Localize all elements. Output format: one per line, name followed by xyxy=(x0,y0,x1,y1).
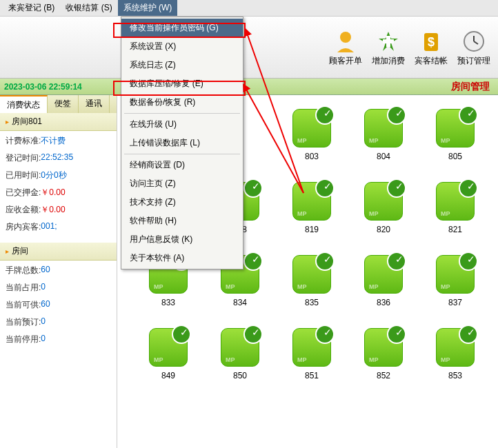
field-value: 60 xyxy=(41,299,50,311)
field-value: 001; xyxy=(41,221,57,233)
field-value: 0 xyxy=(41,316,46,328)
check-icon: ✓ xyxy=(395,254,404,265)
room-icon: ✓MP xyxy=(364,255,403,294)
check-icon: ✓ xyxy=(467,108,475,119)
menu-item-7[interactable]: 上传错误数据库 (L) xyxy=(121,134,243,152)
timebar: 2023-03-06 22:59:14 房间管理 xyxy=(0,79,498,95)
field-label: 已用时间: xyxy=(6,170,41,181)
menu-item-12[interactable]: 软件帮助 (H) xyxy=(121,212,243,230)
room-number: 805 xyxy=(448,152,462,161)
room-number: 836 xyxy=(377,298,390,307)
sidebar: 消费状态便签通讯 房间801 计费标准:不计费登记时间:22:52:35已用时间… xyxy=(0,95,117,448)
room-850[interactable]: ✓MP850 xyxy=(219,328,261,380)
plus-icon xyxy=(375,28,402,55)
room-icon: ✓MP xyxy=(436,109,475,147)
svg-point-2 xyxy=(340,32,351,43)
room-number: 850 xyxy=(233,371,247,380)
menu-item-3[interactable]: 数据库压缩/修复 (E) xyxy=(121,74,243,93)
room-icon: ✓MP xyxy=(436,328,475,367)
menu-item-14[interactable]: 关于本软件 (A) xyxy=(121,249,243,267)
room-803[interactable]: ✓MP803 xyxy=(291,109,332,161)
room-819[interactable]: ✓MP819 xyxy=(291,182,332,234)
room-icon: ✓MP xyxy=(364,182,403,221)
field-label: 当前占用: xyxy=(6,282,41,294)
menu-item-6[interactable]: 在线升级 (U) xyxy=(121,115,243,134)
check-icon: ✓ xyxy=(395,181,404,192)
room-icon: ✓MP xyxy=(292,109,331,147)
field-label: 计费标准: xyxy=(6,135,41,147)
toolbar-dollar-button[interactable]: $宾客结帐 xyxy=(410,17,452,78)
room-821[interactable]: ✓MP821 xyxy=(435,182,476,234)
field-value: 不计费 xyxy=(41,135,66,147)
user-icon xyxy=(332,28,359,55)
room-849[interactable]: ✓MP849 xyxy=(148,328,189,380)
room-805[interactable]: ✓MP805 xyxy=(435,109,476,161)
field-label: 当前预订: xyxy=(6,316,41,328)
menu-item-13[interactable]: 用户信息反馈 (K) xyxy=(121,230,243,249)
check-icon: ✓ xyxy=(252,327,260,338)
room-835[interactable]: ✓MP835 xyxy=(291,255,332,307)
check-icon: ✓ xyxy=(252,254,260,265)
menu-2[interactable]: 系统维护 (W) xyxy=(118,0,178,16)
menu-item-10[interactable]: 访问主页 (Z) xyxy=(121,174,243,193)
menu-1[interactable]: 收银结算 (S) xyxy=(60,0,117,16)
room-panel-header: 房间801 xyxy=(0,113,117,131)
check-icon: ✓ xyxy=(323,327,332,338)
svg-text:$: $ xyxy=(428,35,435,49)
toolbar-user-button[interactable]: 顾客开单 xyxy=(324,17,367,78)
field-value: ￥0.00 xyxy=(41,204,65,216)
room-804[interactable]: ✓MP804 xyxy=(363,109,404,161)
toolbar: 顾客开单增加消费$宾客结帐预订管理 xyxy=(0,17,498,79)
room-820[interactable]: ✓MP820 xyxy=(363,182,404,234)
room-icon: ✓MP xyxy=(436,182,475,221)
dollar-icon: $ xyxy=(417,28,445,55)
field-label: 当前停用: xyxy=(6,334,41,345)
room-icon: ✓MP xyxy=(364,328,403,367)
field-label: 房内宾客: xyxy=(6,221,41,233)
room-icon: ✓MP xyxy=(364,109,403,147)
field-label: 登记时间: xyxy=(6,152,41,164)
menubar: 来宾登记 (B)收银结算 (S)系统维护 (W) xyxy=(0,0,498,17)
field-label: 当前可供: xyxy=(6,299,41,311)
room-number: 821 xyxy=(448,225,462,234)
check-icon: ✓ xyxy=(180,327,188,338)
menu-item-0[interactable]: 修改当前操作员密码 (G) xyxy=(121,19,243,37)
check-icon: ✓ xyxy=(395,108,404,119)
check-icon: ✓ xyxy=(252,181,260,192)
room-837[interactable]: ✓MP837 xyxy=(435,255,476,307)
room-836[interactable]: ✓MP836 xyxy=(363,255,404,307)
menu-item-11[interactable]: 技术支持 (Z) xyxy=(121,193,243,212)
room-number: 820 xyxy=(377,225,390,234)
tab-2[interactable]: 通讯 xyxy=(79,95,110,113)
datetime: 2023-03-06 22:59:14 xyxy=(4,82,82,92)
menu-item-9[interactable]: 经销商设置 (D) xyxy=(121,156,243,174)
menu-item-4[interactable]: 数据备份/恢复 (R) xyxy=(121,93,243,112)
field-label: 已交押金: xyxy=(6,187,41,198)
check-icon: ✓ xyxy=(467,254,475,265)
menu-item-2[interactable]: 系统日志 (Z) xyxy=(121,56,243,74)
room-number: 834 xyxy=(233,298,247,307)
room-number: 849 xyxy=(161,371,175,380)
system-maintenance-menu: 修改当前操作员密码 (G)系统设置 (X)系统日志 (Z)数据库压缩/修复 (E… xyxy=(121,17,243,269)
tab-0[interactable]: 消费状态 xyxy=(0,95,48,113)
clock-icon xyxy=(460,28,488,55)
menu-0[interactable]: 来宾登记 (B) xyxy=(3,0,60,16)
room-number: 852 xyxy=(377,371,390,380)
menu-item-1[interactable]: 系统设置 (X) xyxy=(121,37,243,56)
tab-1[interactable]: 便签 xyxy=(48,95,79,113)
room-851[interactable]: ✓MP851 xyxy=(291,328,332,380)
field-value: 0分0秒 xyxy=(41,170,66,181)
room-853[interactable]: ✓MP853 xyxy=(435,328,476,380)
field-value: 60 xyxy=(41,265,50,276)
check-icon: ✓ xyxy=(323,254,332,265)
toolbar-plus-button[interactable]: 增加消费 xyxy=(367,17,410,78)
stat-panel-header: 房间 xyxy=(0,243,117,261)
page-title: 房间管理 xyxy=(451,81,498,93)
toolbar-clock-button[interactable]: 预订管理 xyxy=(452,17,495,78)
field-label: 应收金额: xyxy=(6,204,41,216)
field-value: ￥0.00 xyxy=(41,187,65,198)
room-852[interactable]: ✓MP852 xyxy=(363,328,404,380)
room-icon: ✓MP xyxy=(436,255,475,294)
room-number: 804 xyxy=(377,152,390,161)
room-number: 819 xyxy=(305,225,319,234)
